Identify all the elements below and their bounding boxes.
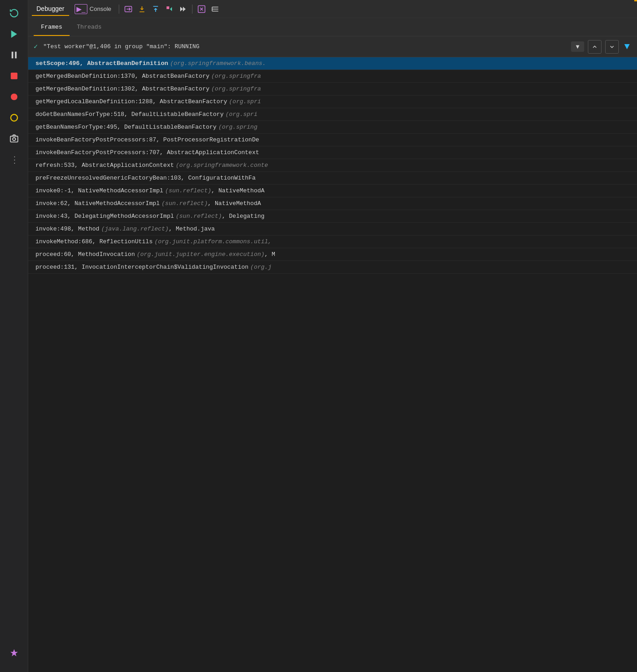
evaluate-btn[interactable] — [195, 3, 208, 15]
frame-method: proceed:131, InvocationInterceptorChain$… — [35, 264, 248, 271]
frame-item[interactable]: getMergedBeanDefinition:1370, AbstractBe… — [28, 70, 637, 83]
tab-frames[interactable]: Frames — [34, 19, 70, 36]
svg-marker-9 — [180, 6, 183, 11]
sidebar-icon-stop[interactable] — [5, 66, 24, 85]
frame-package: (org.springfra — [211, 85, 261, 92]
frame-method: preFreezeUnresolvedGenericFactoryBean:10… — [35, 175, 256, 181]
frame-method: invoke:43, DelegatingMethodAccessorImpl — [35, 213, 174, 220]
frame-item[interactable]: invoke0:-1, NativeMethodAccessorImpl (su… — [28, 185, 637, 197]
frame-item[interactable]: proceed:60, MethodInvocation (org.junit.… — [28, 248, 637, 261]
frame-package: (org.junit.platform.commons.util, — [154, 238, 271, 245]
frame-item[interactable]: getMergedBeanDefinition:1302, AbstractBe… — [28, 83, 637, 95]
thread-label: "Test worker"@1,406 in group "main": RUN… — [43, 43, 567, 50]
frame-item[interactable]: preFreezeUnresolvedGenericFactoryBean:10… — [28, 172, 637, 185]
svg-point-4 — [10, 94, 17, 100]
frame-method: setScope:496, AbstractBeanDefinition — [35, 60, 168, 67]
frame-suffix: , Delegating — [222, 213, 265, 220]
frame-item[interactable]: invokeMethod:686, ReflectionUtils (org.j… — [28, 236, 637, 248]
debugger-label: Debugger — [36, 5, 65, 12]
frame-method: getMergedLocalBeanDefinition:1288, Abstr… — [35, 98, 227, 105]
frame-method: invoke:498, Method — [35, 226, 99, 232]
frame-suffix: , NativeMethodA — [211, 187, 264, 194]
frame-item[interactable]: getMergedLocalBeanDefinition:1288, Abstr… — [28, 95, 637, 108]
debugger-tab-btn[interactable]: Debugger — [32, 2, 69, 16]
separator-2 — [192, 5, 192, 14]
frame-method: refresh:533, AbstractApplicationContext — [35, 162, 174, 169]
sidebar-icon-restart[interactable] — [5, 4, 24, 23]
frame-suffix: , NativeMethodA — [207, 200, 261, 207]
run-to-cursor-btn[interactable] — [163, 3, 176, 15]
svg-point-7 — [12, 138, 15, 140]
step-over-btn[interactable] — [122, 3, 135, 15]
frame-method: getBeanNamesForType:495, DefaultListable… — [35, 124, 217, 130]
svg-rect-6 — [10, 136, 18, 142]
separator-1 — [119, 5, 119, 14]
frame-item[interactable]: setScope:496, AbstractBeanDefinition (or… — [28, 57, 637, 70]
svg-rect-1 — [11, 52, 13, 59]
thread-up-btn[interactable] — [588, 40, 602, 54]
sidebar-icon-resume[interactable] — [5, 25, 24, 44]
thread-check-icon: ✓ — [34, 42, 38, 51]
step-into-btn[interactable] — [136, 3, 148, 15]
frame-suffix: , M — [264, 251, 275, 258]
thread-down-btn[interactable] — [605, 40, 619, 54]
frame-method: invokeMethod:686, ReflectionUtils — [35, 238, 152, 245]
tab-bar: Frames Threads — [28, 18, 637, 36]
console-tab-btn[interactable]: ▶_ Console — [70, 2, 116, 16]
thread-selector-bar: ✓ "Test worker"@1,406 in group "main": R… — [28, 36, 637, 57]
frame-suffix: , Method.java — [169, 226, 215, 232]
frame-item[interactable]: doGetBeanNamesForType:518, DefaultListab… — [28, 108, 637, 121]
frame-item[interactable]: invoke:62, NativeMethodAccessorImpl (sun… — [28, 197, 637, 210]
frame-package: (org.spring — [218, 124, 258, 130]
frame-item[interactable]: invoke:43, DelegatingMethodAccessorImpl … — [28, 210, 637, 223]
sidebar-icon-pin[interactable] — [5, 644, 24, 663]
frame-package: (org.junit.jupiter.engine.execution) — [136, 251, 264, 258]
main-panel: Debugger ▶_ Console — [28, 0, 637, 672]
frame-package: (org.j — [250, 264, 272, 271]
frame-method: invokeBeanFactoryPostProcessors:707, Abs… — [35, 149, 259, 156]
filter-icon[interactable]: ▼ — [622, 40, 632, 54]
sidebar-icon-mute[interactable] — [5, 108, 24, 127]
sidebar-icon-more[interactable]: ⋮ — [5, 150, 24, 169]
frame-method: getMergedBeanDefinition:1302, AbstractBe… — [35, 85, 209, 92]
svg-rect-2 — [15, 52, 16, 59]
frame-method: proceed:60, MethodInvocation — [35, 251, 135, 258]
frame-package: (org.springframework.conte — [176, 162, 268, 169]
console-icon: ▶_ — [75, 4, 87, 14]
frame-package: (java.lang.reflect) — [101, 226, 168, 232]
frame-package: (sun.reflect) — [165, 187, 211, 194]
frame-package: (org.springframework.beans. — [170, 60, 266, 67]
step-out-btn[interactable] — [149, 3, 162, 15]
sidebar-icon-pause[interactable] — [5, 45, 24, 65]
svg-marker-10 — [183, 6, 186, 11]
frame-item[interactable]: invokeBeanFactoryPostProcessors:87, Post… — [28, 134, 637, 146]
frame-item[interactable]: getBeanNamesForType:495, DefaultListable… — [28, 121, 637, 134]
fast-forward-btn[interactable] — [177, 3, 189, 15]
svg-rect-3 — [10, 73, 17, 80]
frames-list-btn[interactable] — [209, 3, 222, 15]
frame-item[interactable]: proceed:131, InvocationInterceptorChain$… — [28, 261, 637, 274]
frame-item[interactable]: invoke:498, Method (java.lang.reflect), … — [28, 223, 637, 236]
frame-method: invokeBeanFactoryPostProcessors:87, Post… — [35, 136, 259, 143]
tab-threads[interactable]: Threads — [70, 19, 109, 36]
frame-item[interactable]: invokeBeanFactoryPostProcessors:707, Abs… — [28, 146, 637, 159]
sidebar-icon-snapshot[interactable] — [5, 129, 24, 148]
frame-package: (org.springfra — [211, 73, 261, 80]
top-indicator — [634, 0, 637, 1]
frame-method: invoke0:-1, NativeMethodAccessorImpl — [35, 187, 163, 194]
frames-list[interactable]: setScope:496, AbstractBeanDefinition (or… — [28, 57, 637, 672]
frame-method: doGetBeanNamesForType:518, DefaultListab… — [35, 111, 223, 118]
sidebar: ⋮ — [0, 0, 28, 672]
frame-method: invoke:62, NativeMethodAccessorImpl — [35, 200, 160, 207]
console-label: Console — [90, 5, 111, 12]
sidebar-icon-breakpoint[interactable] — [5, 87, 24, 106]
frame-item[interactable]: refresh:533, AbstractApplicationContext … — [28, 159, 637, 172]
toolbar: Debugger ▶_ Console — [28, 0, 637, 18]
svg-marker-0 — [11, 30, 17, 38]
svg-point-5 — [10, 115, 17, 121]
frame-package: (org.spri — [229, 98, 261, 105]
frame-method: getMergedBeanDefinition:1370, AbstractBe… — [35, 73, 209, 80]
frame-package: (sun.reflect) — [176, 213, 222, 220]
thread-dropdown-btn[interactable]: ▼ — [571, 41, 584, 52]
frame-package: (org.spri — [225, 111, 257, 118]
